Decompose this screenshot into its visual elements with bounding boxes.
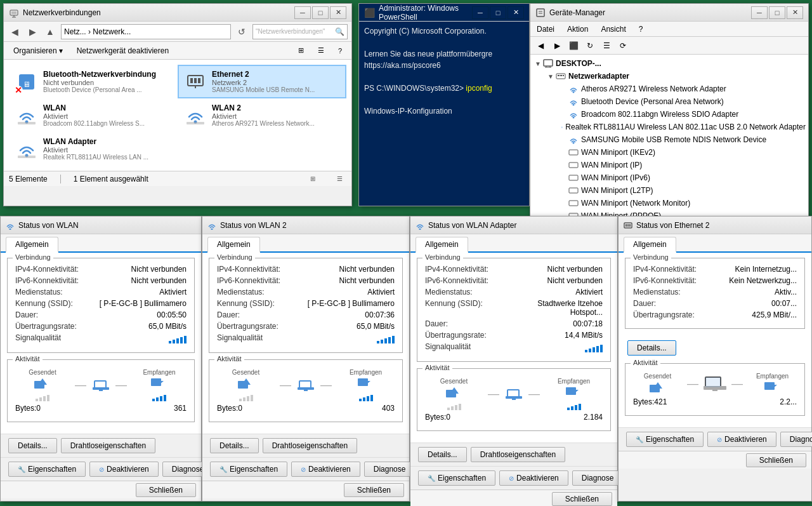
tab-allgemein-wlan[interactable]: Allgemein [6,237,58,253]
gerate-properties-btn[interactable]: ⬛ [566,39,581,53]
gerate-close[interactable]: ✕ [787,6,803,19]
organise-button[interactable]: Organisieren ▾ [8,44,69,57]
gerate-scan-btn[interactable]: ⟳ [615,39,631,53]
details-button-eth[interactable]: Details... [627,340,676,356]
device-wan-l2tp[interactable]: WAN Miniport (L2TP) [556,184,808,197]
deaktivieren-button-adapter[interactable]: ⊘ Deaktivieren [499,470,568,486]
menu-datei[interactable]: Datei [534,24,557,34]
ps-close-button[interactable]: ✕ [508,6,524,19]
verbindung-group-eth: Verbindung IPv4-Konnektivität: Kein Inte… [625,258,805,329]
gerate-back-btn[interactable]: ◀ [533,39,548,53]
details-button-wlan[interactable]: Details... [8,438,57,453]
device-samsung-label: SAMSUNG Mobile USB Remote NDIS Network D… [581,135,766,144]
deactivate-button[interactable]: Netzwerkgerät deaktivieren [71,44,174,57]
view-large-icon[interactable]: ⊞ [292,44,310,57]
ps-maximize-button[interactable]: □ [490,6,506,19]
drahtlos-button-adapter[interactable]: Drahtloseigenschaften [471,447,565,462]
menu-ansicht[interactable]: Ansicht [598,24,628,34]
status-wlan2-actions: Details... Drahtloseigenschaften [202,434,409,457]
eigenschaften-button-eth[interactable]: 🔧 Eigenschaften [626,432,704,447]
deaktivieren-button-wlan[interactable]: ⊘ Deaktivieren [89,462,159,477]
schliessen-button-adapter[interactable]: Schließen [552,492,612,506]
view-list-icon[interactable]: ☰ [312,44,330,57]
device-wan-ikev2-label: WAN Miniport (IKEv2) [581,148,655,157]
details-button-adapter[interactable]: Details... [418,447,467,462]
svg-rect-25 [558,75,560,76]
ps-minimize-button[interactable]: ─ [472,6,488,19]
diagnose-button-wlan2[interactable]: Diagnose [364,462,416,477]
svg-point-57 [419,228,421,230]
eigenschaften-button-wlan2[interactable]: 🔧 Eigenschaften [210,462,287,477]
dauer-row: Dauer: 00:05:50 [15,310,187,319]
eigenschaften-button-wlan[interactable]: 🔧 Eigenschaften [8,462,86,477]
device-wan-ipv6[interactable]: WAN Miniport (IPv6) [556,171,808,184]
device-wan-netmon[interactable]: WAN Miniport (Network Monitor) [556,197,808,210]
net-item-ethernet2[interactable]: Ethernet 2 Netzwerk 2 SAMSUNG Mobile USB… [178,65,346,98]
expand-icon[interactable]: ▼ [533,60,543,67]
tree-netzwerk-category[interactable]: ▼ Netzwerkadapter [543,70,808,83]
schliessen-button-wlan[interactable]: Schließen [136,483,196,497]
gerate-view-btn[interactable]: ☰ [599,39,614,53]
ps-content[interactable]: Copyright (C) Microsoft Corporation. Ler… [359,22,529,206]
menu-aktion[interactable]: Aktion [565,24,591,34]
tab-allgemein-wlan2[interactable]: Allgemein [207,237,260,253]
net-item-bluetooth[interactable]: 🖥 ✕ Bluetooth-Netzwerkverbindung Nicht v… [9,65,178,98]
address-bar[interactable]: Netz... › Netzwerk... [61,24,231,39]
view-toggle1[interactable]: ⊞ [306,172,320,186]
net-item-wlan-adapter[interactable]: WLAN Adapter Aktiviert Realtek RTL8811AU… [9,132,178,166]
deaktivieren-button-wlan2[interactable]: ⊘ Deaktivieren [291,462,360,477]
schliessen-button-wlan2[interactable]: Schließen [344,483,404,497]
device-wan-ikev2[interactable]: WAN Miniport (IKEv2) [556,146,808,159]
gerate-titlebar: Geräte-Manager ─ □ ✕ [530,4,808,22]
status-wlan2-title-icon [207,221,216,230]
help-button[interactable]: ? [332,45,348,57]
drahtlos-button-wlan[interactable]: Drahtloseigenschaften [61,438,155,453]
device-icon-wan-netmon [568,198,579,208]
status-selected: 1 Element ausgewählt [74,175,148,183]
tab-allgemein-adapter[interactable]: Allgemein [416,237,468,253]
tree-computer-root[interactable]: ▼ DESKTOP-... [530,57,808,70]
drahtlos-button-wlan2[interactable]: Drahtloseigenschaften [263,438,357,453]
netzwerk-expand-icon[interactable]: ▼ [546,73,556,80]
empfangen-icon-wlan2 [357,376,376,391]
status-wlan-body: Verbindung IPv4-Konnektivität: Nicht ver… [1,253,201,434]
svg-rect-66 [625,224,627,227]
device-samsung[interactable]: SAMSUNG Mobile USB Remote NDIS Network D… [556,133,808,146]
refresh-button[interactable]: ↺ [235,25,249,39]
device-list: Atheros AR9271 Wireless Network Adapter … [543,83,808,218]
diagnose-button-eth[interactable]: Diagnose [780,432,812,447]
back-button[interactable]: ◀ [8,25,22,39]
device-realtek[interactable]: Realtek RTL8811AU Wireless LAN 802.11ac … [556,121,808,133]
eigenschaften-button-adapter[interactable]: 🔧 Eigenschaften [418,470,495,486]
search-bar[interactable]: "Netzwerkverbindungen" 🔍 [252,24,348,39]
tab-allgemein-ethernet2[interactable]: Allgemein [624,237,676,253]
up-button[interactable]: ▲ [43,25,57,39]
gerate-maximize[interactable]: □ [769,6,785,19]
signal-bar-adapter [585,342,603,352]
close-button[interactable]: ✕ [330,6,346,19]
ethernet2-status: Netzwerk 2 [212,79,340,86]
details-button-wlan2[interactable]: Details... [210,438,259,453]
gerate-minimize[interactable]: ─ [751,6,768,19]
net-item-wlan[interactable]: WLAN Aktiviert Broadcom 802.11abgn Wirel… [9,98,178,132]
minimize-button[interactable]: ─ [294,6,311,19]
status-wlan2-bottom-actions: 🔧 Eigenschaften ⊘ Deaktivieren Diagnose [202,457,409,481]
forward-button[interactable]: ▶ [25,25,39,39]
deaktivieren-button-eth[interactable]: ⊘ Deaktivieren [707,432,776,447]
gesendet-icon [33,376,52,391]
device-atheros[interactable]: Atheros AR9271 Wireless Network Adapter [556,83,808,95]
schliessen-button-eth[interactable]: Schließen [746,453,806,467]
device-broadcom[interactable]: Broadcom 802.11abgn Wireless SDIO Adapte… [556,108,808,121]
aktivitaet-group-adapter: Aktivität Gesendet — [417,368,611,431]
gerate-forward-btn[interactable]: ▶ [549,39,565,53]
view-toggle2[interactable]: ☰ [332,172,346,186]
netzwerk-title-icon [9,8,19,18]
menu-help[interactable]: ? [636,24,646,34]
gerate-update-btn[interactable]: ↻ [582,39,598,53]
diagnose-button-adapter[interactable]: Diagnose [572,470,624,486]
device-bluetooth[interactable]: Bluetooth Device (Personal Area Network) [556,95,808,108]
net-item-wlan2[interactable]: WLAN 2 Aktiviert Atheros AR9271 Wireless… [178,98,346,132]
device-wan-ip[interactable]: WAN Miniport (IP) [556,159,808,171]
maximize-button[interactable]: □ [312,6,329,19]
device-realtek-label: Realtek RTL8811AU Wireless LAN 802.11ac … [565,123,806,131]
